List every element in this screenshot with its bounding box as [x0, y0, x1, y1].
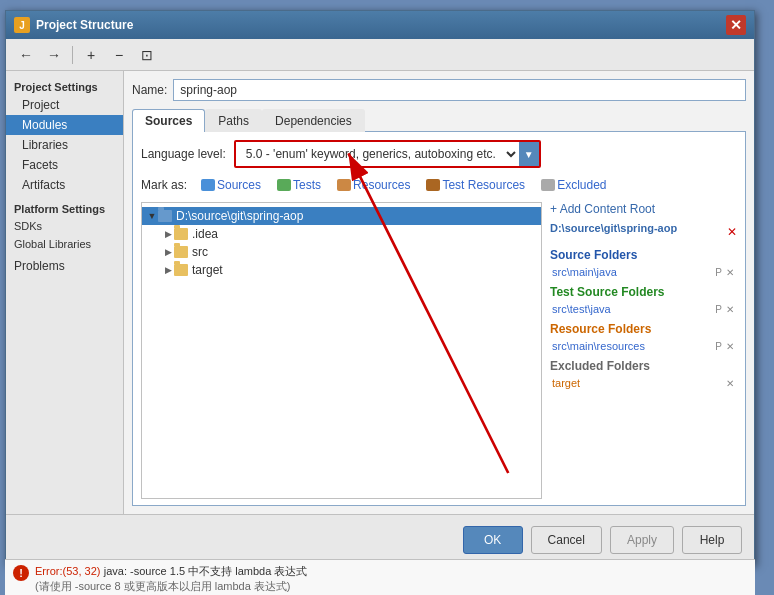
sidebar-item-modules[interactable]: Modules [6, 115, 123, 135]
excluded-folder-actions-0: ✕ [725, 378, 735, 389]
tree-src-arrow[interactable]: ▶ [162, 246, 174, 258]
bottom-toolbar: OK Cancel Apply Help [6, 514, 754, 564]
tab-content-sources: Language level: 5.0 - 'enum' keyword, ge… [132, 132, 746, 506]
source-folders-title: Source Folders [550, 248, 737, 262]
excluded-icon [541, 179, 555, 191]
language-level-dropdown-btn[interactable]: ▼ [519, 142, 539, 166]
name-label: Name: [132, 83, 167, 97]
status-error-message: java: -source 1.5 中不支持 lambda 表达式 [104, 565, 308, 577]
tree-root-label: D:\source\git\spring-aop [176, 209, 303, 223]
mark-as-label: Mark as: [141, 178, 187, 192]
tree-target-folder-icon [174, 264, 188, 276]
tree-target-arrow[interactable]: ▶ [162, 264, 174, 276]
mark-tests-btn[interactable]: Tests [271, 176, 327, 194]
project-structure-dialog: J Project Structure ✕ ← → + − ⊡ Project … [5, 10, 755, 565]
resource-folder-actions-0: P ✕ [714, 341, 735, 352]
resource-folder-x-btn-0[interactable]: ✕ [725, 341, 735, 352]
excluded-folder-x-btn-0[interactable]: ✕ [725, 378, 735, 389]
mark-as-row: Mark as: Sources Tests Resources [141, 176, 737, 194]
source-folder-p-btn-0[interactable]: P [714, 267, 723, 278]
test-source-folder-x-btn-0[interactable]: ✕ [725, 304, 735, 315]
status-messages: Error:(53, 32) java: -source 1.5 中不支持 la… [35, 564, 307, 594]
resources-icon [337, 179, 351, 191]
tree-root-folder-icon [158, 210, 172, 222]
remove-button[interactable]: − [107, 43, 131, 67]
test-source-folder-item-0: src\test\java P ✕ [550, 302, 737, 316]
excluded-folder-path-0: target [552, 377, 580, 389]
tree-idea-label: .idea [192, 227, 218, 241]
test-source-folder-actions-0: P ✕ [714, 304, 735, 315]
sidebar-item-global-libraries[interactable]: Global Libraries [6, 235, 123, 253]
resource-folder-p-btn-0[interactable]: P [714, 341, 723, 352]
tree-idea-arrow[interactable]: ▶ [162, 228, 174, 240]
tabs-bar: Sources Paths Dependencies [132, 109, 746, 132]
info-panel: + Add Content Root D:\source\git\spring-… [542, 202, 737, 499]
info-root-path: D:\source\git\spring-aop [550, 222, 677, 234]
status-bar: ! Error:(53, 32) java: -source 1.5 中不支持 … [5, 559, 755, 595]
tree-root-arrow[interactable]: ▼ [146, 210, 158, 222]
language-level-label: Language level: [141, 147, 226, 161]
sidebar-item-artifacts[interactable]: Artifacts [6, 175, 123, 195]
name-row: Name: [132, 79, 746, 101]
status-error-icon: ! [13, 565, 29, 581]
excluded-folders-title: Excluded Folders [550, 359, 737, 373]
source-folder-x-btn-0[interactable]: ✕ [725, 267, 735, 278]
platform-settings-label: Platform Settings [6, 195, 123, 217]
tree-root-item[interactable]: ▼ D:\source\git\spring-aop [142, 207, 541, 225]
tab-sources[interactable]: Sources [132, 109, 205, 132]
back-button[interactable]: ← [14, 43, 38, 67]
language-level-row: Language level: 5.0 - 'enum' keyword, ge… [141, 140, 737, 168]
tree-idea-item[interactable]: ▶ .idea [142, 225, 541, 243]
toolbar-separator [72, 46, 73, 64]
mark-excluded-btn[interactable]: Excluded [535, 176, 612, 194]
content-area: Project Settings Project Modules Librari… [6, 71, 754, 514]
tree-src-label: src [192, 245, 208, 259]
tree-src-folder-icon [174, 246, 188, 258]
cancel-button[interactable]: Cancel [531, 526, 602, 554]
sidebar: Project Settings Project Modules Librari… [6, 71, 124, 514]
mark-sources-btn[interactable]: Sources [195, 176, 267, 194]
language-level-wrapper: 5.0 - 'enum' keyword, generics, autoboxi… [234, 140, 541, 168]
file-tree[interactable]: ▼ D:\source\git\spring-aop ▶ .idea ▶ [141, 202, 542, 499]
resource-folder-item-0: src\main\resources P ✕ [550, 339, 737, 353]
status-hint: (请使用 -source 8 或更高版本以启用 lambda 表达式) [35, 579, 307, 594]
title-bar: J Project Structure ✕ [6, 11, 754, 39]
mark-test-resources-btn[interactable]: Test Resources [420, 176, 531, 194]
forward-button[interactable]: → [42, 43, 66, 67]
resource-folders-title: Resource Folders [550, 322, 737, 336]
close-button[interactable]: ✕ [726, 15, 746, 35]
tree-idea-folder-icon [174, 228, 188, 240]
help-button[interactable]: Help [682, 526, 742, 554]
mark-resources-btn[interactable]: Resources [331, 176, 416, 194]
tab-dependencies[interactable]: Dependencies [262, 109, 365, 132]
sidebar-item-problems[interactable]: Problems [6, 253, 123, 276]
tests-icon [277, 179, 291, 191]
status-error-code: Error:(53, 32) [35, 565, 100, 577]
sidebar-item-project[interactable]: Project [6, 95, 123, 115]
toolbar: ← → + − ⊡ [6, 39, 754, 71]
info-close-btn[interactable]: ✕ [727, 225, 737, 239]
module-name-input[interactable] [173, 79, 746, 101]
add-button[interactable]: + [79, 43, 103, 67]
tab-paths[interactable]: Paths [205, 109, 262, 132]
copy-button[interactable]: ⊡ [135, 43, 159, 67]
ok-button[interactable]: OK [463, 526, 523, 554]
tree-target-item[interactable]: ▶ target [142, 261, 541, 279]
sidebar-item-libraries[interactable]: Libraries [6, 135, 123, 155]
sidebar-item-facets[interactable]: Facets [6, 155, 123, 175]
apply-button[interactable]: Apply [610, 526, 674, 554]
test-source-folder-p-btn-0[interactable]: P [714, 304, 723, 315]
excluded-folder-item-0: target ✕ [550, 376, 737, 390]
sidebar-item-sdks[interactable]: SDKs [6, 217, 123, 235]
test-source-folders-title: Test Source Folders [550, 285, 737, 299]
tree-target-label: target [192, 263, 223, 277]
tab-inner: ▼ D:\source\git\spring-aop ▶ .idea ▶ [141, 202, 737, 499]
test-source-folder-path-0: src\test\java [552, 303, 611, 315]
add-content-root-btn[interactable]: + Add Content Root [550, 202, 737, 216]
source-folder-path-0: src\main\java [552, 266, 617, 278]
title-bar-text: Project Structure [36, 18, 726, 32]
project-settings-label: Project Settings [6, 75, 123, 95]
tree-src-item[interactable]: ▶ src [142, 243, 541, 261]
source-folder-actions-0: P ✕ [714, 267, 735, 278]
language-level-select[interactable]: 5.0 - 'enum' keyword, generics, autoboxi… [236, 142, 519, 166]
